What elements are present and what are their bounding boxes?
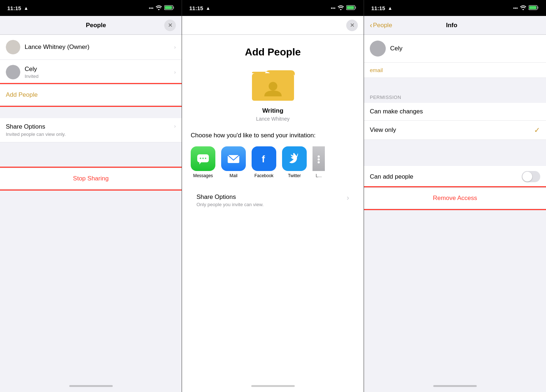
remove-access-section: Remove Access <box>364 188 546 208</box>
svg-text:f: f <box>262 154 265 164</box>
share-options-section-1: Share Options Invited people can view on… <box>0 118 182 142</box>
section-gap-4 <box>364 140 546 153</box>
share-options-item-1[interactable]: Share Options Invited people can view on… <box>0 118 182 142</box>
can-add-people-row[interactable]: Can add people <box>364 166 546 188</box>
section-gap-2 <box>0 142 182 155</box>
people-list: Lance Whitney (Owner) › Cely Invited › A… <box>0 35 182 105</box>
phone2-share-option-item[interactable]: Share Options Only people you invite can… <box>191 188 355 212</box>
svg-point-17 <box>318 158 320 160</box>
info-person-name: Cely <box>390 45 402 52</box>
chevron-icon-cely: › <box>174 69 176 75</box>
signal-icon-2: ▪▪▪ <box>331 5 335 11</box>
battery-icon-3 <box>529 5 539 11</box>
wifi-icon-1 <box>156 5 162 11</box>
phone2-share-options-subtitle: Only people you invite can view. <box>197 202 347 207</box>
add-people-button[interactable]: Add People <box>0 85 182 105</box>
home-indicator-2 <box>182 380 364 392</box>
chevron-icon-share: › <box>174 123 176 129</box>
svg-rect-20 <box>529 6 537 9</box>
svg-rect-4 <box>347 6 354 9</box>
can-add-toggle[interactable] <box>522 171 540 182</box>
home-indicator-1 <box>0 380 182 392</box>
add-people-text: Add People <box>6 91 176 99</box>
share-icon-more[interactable]: L... <box>313 146 325 178</box>
close-icon-1: ✕ <box>168 22 173 29</box>
owner-name: Lance Whitney (Owner) <box>25 43 174 51</box>
svg-point-13 <box>205 158 206 159</box>
svg-rect-5 <box>355 7 356 9</box>
list-item-cely[interactable]: Cely Invited › <box>0 60 182 85</box>
cely-text: Cely Invited <box>25 66 174 79</box>
signal-icon-1: ▪▪▪ <box>149 5 153 11</box>
mail-label: Mail <box>229 173 237 178</box>
share-icon-messages[interactable]: Messages <box>191 146 215 178</box>
svg-point-18 <box>318 161 320 163</box>
home-bar-3 <box>433 385 477 387</box>
add-people-label: Add People <box>6 91 176 99</box>
svg-point-12 <box>202 158 204 159</box>
cely-status: Invited <box>25 74 174 79</box>
svg-rect-21 <box>538 7 538 9</box>
share-icon-mail[interactable]: Mail <box>221 146 246 178</box>
facebook-label: Facebook <box>255 173 274 178</box>
section-gap-3 <box>364 78 546 91</box>
messages-label: Messages <box>193 173 213 178</box>
mail-icon <box>221 146 246 171</box>
svg-rect-2 <box>173 7 174 9</box>
stop-sharing-section: Stop Sharing <box>0 168 182 189</box>
status-bar-3: 11:15 ▲ ▪▪▪ <box>364 0 546 16</box>
page-title-3: Info <box>392 22 511 29</box>
info-person-row: Cely <box>364 35 546 63</box>
permission-viewonly-label: View only <box>370 126 534 134</box>
avatar-owner <box>6 40 20 54</box>
location-icon-1: ▲ <box>24 5 28 11</box>
share-icon-facebook[interactable]: f Facebook <box>252 146 276 178</box>
home-bar-1 <box>69 385 113 387</box>
back-label: People <box>373 22 392 29</box>
wifi-icon-2 <box>338 5 344 11</box>
permission-item-viewonly[interactable]: View only ✓ <box>364 121 546 140</box>
toggle-knob <box>522 172 532 182</box>
list-item-owner[interactable]: Lance Whitney (Owner) › <box>0 35 182 60</box>
content-2: Add People Writing Lance Whitney <box>182 35 364 380</box>
avatar-cely <box>6 65 20 79</box>
folder-owner: Lance Whitney <box>256 116 290 122</box>
info-email[interactable]: email <box>364 63 546 78</box>
svg-point-11 <box>200 158 201 159</box>
svg-rect-1 <box>165 6 172 9</box>
permission-changes-label: Can make changes <box>370 108 540 115</box>
battery-icon-2 <box>346 5 356 11</box>
folder-name: Writing <box>262 107 283 114</box>
page-title-1: People <box>28 22 164 29</box>
content-1: Lance Whitney (Owner) › Cely Invited › A… <box>0 35 182 380</box>
location-icon-3: ▲ <box>388 5 392 11</box>
share-icons-row: Messages Mail f <box>191 146 325 178</box>
status-right-2: ▪▪▪ <box>331 5 356 11</box>
phone2-share-option-text: Share Options Only people you invite can… <box>197 193 347 207</box>
wifi-icon-3 <box>520 5 526 11</box>
svg-point-8 <box>269 82 277 91</box>
status-time-2: 11:15 ▲ <box>189 5 210 11</box>
status-time-3: 11:15 ▲ <box>371 5 392 11</box>
more-icon <box>313 146 325 171</box>
location-icon-2: ▲ <box>206 5 210 11</box>
remove-access-button[interactable]: Remove Access <box>364 188 546 208</box>
info-avatar <box>370 41 386 57</box>
back-button-3[interactable]: ‹ People <box>370 21 392 29</box>
add-people-content: Add People Writing Lance Whitney <box>182 35 364 221</box>
stop-sharing-button[interactable]: Stop Sharing <box>0 168 182 189</box>
twitter-icon <box>282 146 307 171</box>
close-button-1[interactable]: ✕ <box>164 20 176 31</box>
more-label: L... <box>316 173 322 178</box>
status-right-3: ▪▪▪ <box>513 5 539 11</box>
status-time-1: 11:15 ▲ <box>7 5 28 11</box>
content-3: Cely email PERMISSION Can make changes V… <box>364 35 546 380</box>
share-options-title-1: Share Options <box>6 123 174 130</box>
owner-text: Lance Whitney (Owner) <box>25 43 174 51</box>
permission-item-changes[interactable]: Can make changes <box>364 103 546 121</box>
status-bar-2: 11:15 ▲ ▪▪▪ <box>182 0 364 16</box>
messages-icon <box>191 146 215 171</box>
share-icon-twitter[interactable]: Twitter <box>282 146 307 178</box>
can-add-people-label: Can add people <box>370 173 522 180</box>
close-button-2[interactable]: ✕ <box>346 20 358 31</box>
